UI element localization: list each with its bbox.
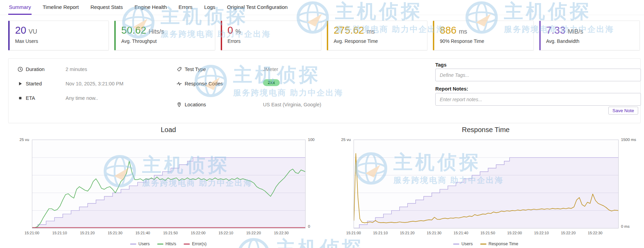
locations-label: Locations [185,102,206,107]
kpi-card-avg-bandwidth: 7.33MiB/s Avg. Bandwidth [539,21,640,50]
locations-value: US East (Virginia, Google) [263,101,321,108]
chart-plot-load[interactable] [32,140,306,228]
chart-legend-load: UsersHits/sError(s) [32,241,305,246]
x-axis-tick-label: 15:21:20 [395,231,419,235]
status-badge-2xx[interactable]: 2xx [263,79,280,86]
chart-plot-response[interactable] [354,140,619,228]
x-axis-tick-label: 15:22:20 [242,231,266,235]
stop-icon [18,95,23,101]
tags-input[interactable] [435,69,641,81]
response-codes-row: Response Codes [176,80,223,87]
x-axis-tick-label: 15:21:30 [103,231,127,235]
response-codes-label: Response Codes [185,81,223,86]
tab-errors[interactable]: Errors [178,0,193,15]
kpi-card-90-response-time: 886ms 90% Response Time [433,21,533,50]
x-axis-tick-label: 15:21:00 [342,231,366,235]
test-type-label: Test Type [185,67,206,72]
kpi-value: 886 [440,24,456,36]
kpi-value: 7.33 [546,24,565,36]
kpi-unit: ms [459,28,467,35]
kpi-label: Max Users [15,38,103,44]
x-axis-tick-label: 15:21:40 [449,231,473,235]
tab-request-stats[interactable]: Request Stats [90,0,124,15]
response-codes-value: 2xx [263,79,280,86]
kpi-label: 90% Response Time [440,38,528,44]
x-axis-tick-label: 15:22:10 [214,231,238,235]
tab-engine-health[interactable]: Engine Health [134,0,168,15]
legend-item-response-time[interactable]: Response Time [480,241,518,246]
legend-swatch [480,244,486,245]
legend-swatch [453,244,459,245]
test-type-value: JMeter [263,66,278,73]
kpi-unit: MiB/s [568,28,583,35]
kpi-label: Avg. Response Time [334,38,422,44]
x-axis-tick-label: 15:22:00 [503,231,527,235]
tag-icon [176,67,182,72]
kpi-unit: ms [367,28,375,35]
report-notes-label: Report Notes: [435,86,468,92]
chart-title-response: Response Time [354,126,618,134]
eta-label: ETA [26,95,35,101]
report-tab-bar: Summary Timeline Report Request Stats En… [0,0,644,15]
location-pin-icon [176,102,182,107]
y-axis-right-bottom-label: 0 ms [621,224,630,228]
tab-logs[interactable]: Logs [204,0,216,15]
kpi-value: 275.62 [334,24,364,36]
x-axis-tick-label: 15:21:50 [476,231,500,235]
started-value: Nov 10, 2025, 3:21:00 PM [66,80,123,87]
y-axis-right-bottom-label: 0 [308,224,310,228]
legend-item-users[interactable]: Users [130,241,150,246]
legend-item-error-s-[interactable]: Error(s) [184,241,206,246]
tab-original-test-configuration[interactable]: Original Test Configuration [226,0,288,15]
legend-item-users[interactable]: Users [453,241,473,246]
kpi-cards-row: 20VU Max Users 50.62Hits/s Avg. Throughp… [8,21,640,50]
x-axis-tick-label: 15:21:00 [20,231,44,235]
x-axis-tick-label: 15:22:20 [556,231,580,235]
kpi-card-errors: 0% Errors [221,21,321,50]
kpi-value: 20 [15,24,26,36]
play-icon [18,81,23,86]
x-axis-tick-label: 15:22:30 [269,231,293,235]
legend-swatch [130,244,136,245]
chart-legend-response: UsersResponse Time [354,241,618,246]
tab-summary[interactable]: Summary [8,0,32,15]
save-note-button[interactable]: Save Note [608,107,638,115]
kpi-label: Avg. Throughput [121,38,209,44]
legend-label: Users [138,241,150,246]
legend-label: Users [461,241,473,246]
y-axis-left-label: 25 vu [4,138,29,142]
eta-value: Any time now.. [66,94,98,102]
test-info-panel: Duration 2 minutes Started Nov 10, 2025,… [8,58,641,123]
legend-item-hits-s[interactable]: Hits/s [157,241,176,246]
legend-swatch [157,244,163,245]
legend-label: Hits/s [165,241,176,246]
chart-title-load: Load [32,126,305,134]
legend-swatch [184,244,190,245]
tab-timeline-report[interactable]: Timeline Report [42,0,79,15]
y-axis-right-top-label: 100 [308,138,314,142]
started-label: Started [26,81,42,86]
kpi-label: Errors [228,38,315,44]
kpi-unit: Hits/s [149,28,164,35]
x-axis-tick-label: 15:21:30 [422,231,446,235]
legend-label: Error(s) [192,241,206,246]
kpi-value: 0 [228,24,233,36]
kpi-unit: % [235,28,241,35]
legend-label: Response Time [488,241,518,246]
test-type-row: Test Type [176,66,206,73]
duration-row: Duration [18,66,45,73]
kpi-card-max-users: 20VU Max Users [8,21,109,50]
x-axis-tick-label: 15:22:30 [583,231,607,235]
duration-value: 2 minutes [66,66,87,73]
y-axis-right-top-label: 1500 ms [621,138,636,142]
locations-row: Locations [176,101,206,108]
duration-label: Duration [26,67,45,72]
x-axis-tick-label: 15:21:20 [75,231,99,235]
kpi-card-avg-throughput: 50.62Hits/s Avg. Throughput [114,21,215,50]
x-axis-tick-label: 15:22:00 [186,231,210,235]
kpi-unit: VU [28,28,37,35]
y-axis-left-label: 25 vu [326,138,351,142]
clock-icon [18,67,23,72]
eta-row: ETA [18,94,35,102]
report-notes-input[interactable] [435,93,641,106]
